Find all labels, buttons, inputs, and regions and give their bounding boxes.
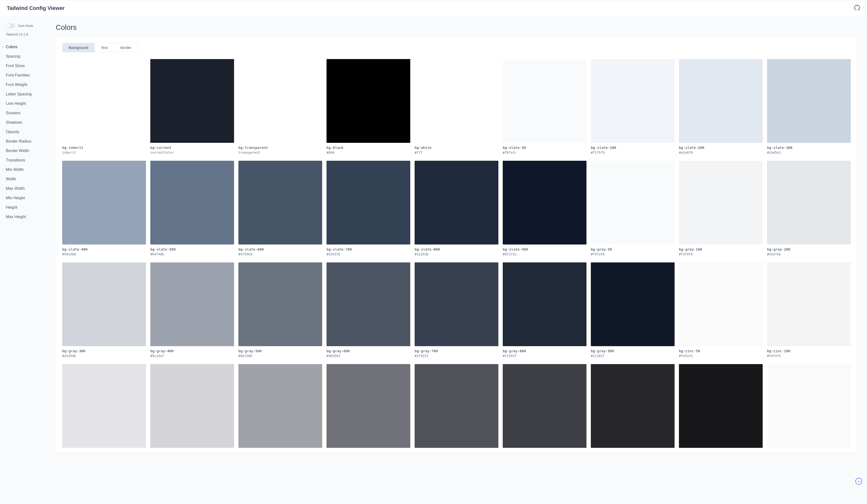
nav-item-font-weight[interactable]: Font Weight [6,80,50,89]
nav-item-min-height[interactable]: Min Height [6,193,50,203]
swatch-value: #d1d5db [62,354,146,358]
swatch-value: #f4f4f5 [767,354,851,358]
swatch-value: inherit [62,151,146,154]
nav-item-height[interactable]: Height [6,203,50,212]
swatch-bg-slate-400[interactable]: bg-slate-400#94a3b8 [62,161,146,256]
swatch-color [503,262,587,346]
swatch-color [591,161,675,245]
swatch-bg-gray-400[interactable]: bg-gray-400#9ca3af [150,262,234,358]
tab-background[interactable]: Background [63,43,95,52]
swatch-bg-black[interactable]: bg-black#000 [327,59,410,154]
nav-item-shadows[interactable]: Shadows [6,118,50,127]
swatch-bg-zinc-600[interactable] [415,364,499,451]
swatch-name: bg-slate-400 [62,247,146,251]
swatch-bg-gray-700[interactable]: bg-gray-700#374151 [415,262,499,358]
nav-list: ColorsSpacingFont SizesFont FamiliesFont… [6,42,50,222]
swatch-bg-gray-800[interactable]: bg-gray-800#1f2937 [503,262,587,358]
swatch-bg-zinc-100[interactable]: bg-zinc-100#f4f4f5 [767,262,851,358]
swatch-color [591,364,675,448]
swatch-name: bg-zinc-50 [679,349,763,353]
swatch-bg-slate-300[interactable]: bg-slate-300#cbd5e1 [767,59,851,154]
swatch-bg-gray-50[interactable]: bg-gray-50#f9fafb [591,161,675,256]
tailwind-version: Tailwind v3.1.8 [6,32,50,36]
swatch-value: #e2e8f0 [679,151,763,154]
swatch-bg-neutral-50[interactable] [767,364,851,451]
nav-item-width[interactable]: Width [6,174,50,184]
swatch-value: #64748b [150,252,234,256]
swatch-value: transparent [238,151,322,154]
swatch-name: bg-gray-700 [415,349,499,353]
dark-mode-row: Dark Mode [6,23,50,28]
swatch-bg-zinc-800[interactable] [591,364,675,451]
nav-item-border-radius[interactable]: Border Radius [6,137,50,146]
swatch-bg-slate-600[interactable]: bg-slate-600#475569 [238,161,322,256]
swatch-grid: bg-inheritinheritbg-currentcurrentColorb… [62,59,851,453]
swatch-bg-slate-900[interactable]: bg-slate-900#0f172a [503,161,587,256]
swatch-bg-gray-300[interactable]: bg-gray-300#d1d5db [62,262,146,358]
nav-item-font-families[interactable]: Font Families [6,71,50,80]
swatch-color [327,364,410,448]
swatch-bg-zinc-500[interactable] [327,364,410,451]
swatch-bg-slate-700[interactable]: bg-slate-700#334155 [327,161,410,256]
swatch-value: #4b5563 [327,354,410,358]
nav-item-border-width[interactable]: Border Width [6,146,50,156]
swatch-bg-zinc-50[interactable]: bg-zinc-50#fafafa [679,262,763,358]
swatch-bg-slate-100[interactable]: bg-slate-100#f1f5f9 [591,59,675,154]
swatch-color [238,161,322,245]
main-content: Colors BackgroundTextBorder bg-inheritin… [56,17,867,453]
swatch-name: bg-slate-700 [327,247,410,251]
swatch-name: bg-slate-50 [503,146,587,150]
swatch-bg-gray-600[interactable]: bg-gray-600#4b5563 [327,262,410,358]
swatch-name: bg-gray-50 [591,247,675,251]
swatch-bg-zinc-700[interactable] [503,364,587,451]
nav-item-screens[interactable]: Screens [6,108,50,118]
tab-text[interactable]: Text [95,43,114,52]
swatch-bg-gray-100[interactable]: bg-gray-100#f3f4f6 [679,161,763,256]
swatch-bg-gray-500[interactable]: bg-gray-500#6b7280 [238,262,322,358]
swatch-bg-slate-500[interactable]: bg-slate-500#64748b [150,161,234,256]
nav-item-max-height[interactable]: Max Height [6,212,50,222]
swatch-name: bg-slate-100 [591,146,675,150]
swatch-value: #9ca3af [150,354,234,358]
swatch-bg-inherit[interactable]: bg-inheritinherit [62,59,146,154]
nav-item-colors[interactable]: Colors [6,42,50,52]
nav-item-font-sizes[interactable]: Font Sizes [6,61,50,71]
swatch-bg-gray-900[interactable]: bg-gray-900#111827 [591,262,675,358]
swatch-bg-current[interactable]: bg-currentcurrentColor [150,59,234,154]
github-link[interactable] [854,4,860,12]
nav-item-max-width[interactable]: Max Width [6,184,50,193]
swatch-value: #1e293b [415,252,499,256]
swatch-name: bg-gray-200 [767,247,851,251]
swatch-value: #f8fafc [503,151,587,154]
swatch-color [679,364,763,448]
nav-item-line-height[interactable]: Line Height [6,99,50,108]
swatch-bg-white[interactable]: bg-white#fff [415,59,499,154]
sidebar: Dark Mode Tailwind v3.1.8 ColorsSpacingF… [0,17,56,453]
tab-border[interactable]: Border [114,43,138,52]
nav-item-letter-spacing[interactable]: Letter Spacing [6,89,50,99]
swatch-bg-slate-200[interactable]: bg-slate-200#e2e8f0 [679,59,763,154]
swatch-name: bg-slate-900 [503,247,587,251]
swatch-color [238,262,322,346]
swatch-color [327,161,410,245]
swatch-bg-zinc-900[interactable] [679,364,763,451]
swatch-color [591,262,675,346]
nav-item-transitions[interactable]: Transitions [6,156,50,165]
swatch-bg-zinc-300[interactable] [150,364,234,451]
swatch-bg-slate-50[interactable]: bg-slate-50#f8fafc [503,59,587,154]
swatch-bg-zinc-200[interactable] [62,364,146,451]
nav-item-opacity[interactable]: Opacity [6,127,50,137]
swatch-bg-transparent[interactable]: bg-transparenttransparent [238,59,322,154]
swatch-color [767,262,851,346]
nav-item-spacing[interactable]: Spacing [6,52,50,61]
swatch-bg-zinc-400[interactable] [238,364,322,451]
swatch-value: #374151 [415,354,499,358]
dark-mode-toggle[interactable] [6,23,15,28]
swatch-name: bg-inherit [62,146,146,150]
swatch-bg-gray-200[interactable]: bg-gray-200#e5e7eb [767,161,851,256]
swatch-color [767,59,851,143]
nav-item-min-width[interactable]: Min Width [6,165,50,174]
swatch-value: #6b7280 [238,354,322,358]
swatch-color [150,59,234,143]
swatch-bg-slate-800[interactable]: bg-slate-800#1e293b [415,161,499,256]
